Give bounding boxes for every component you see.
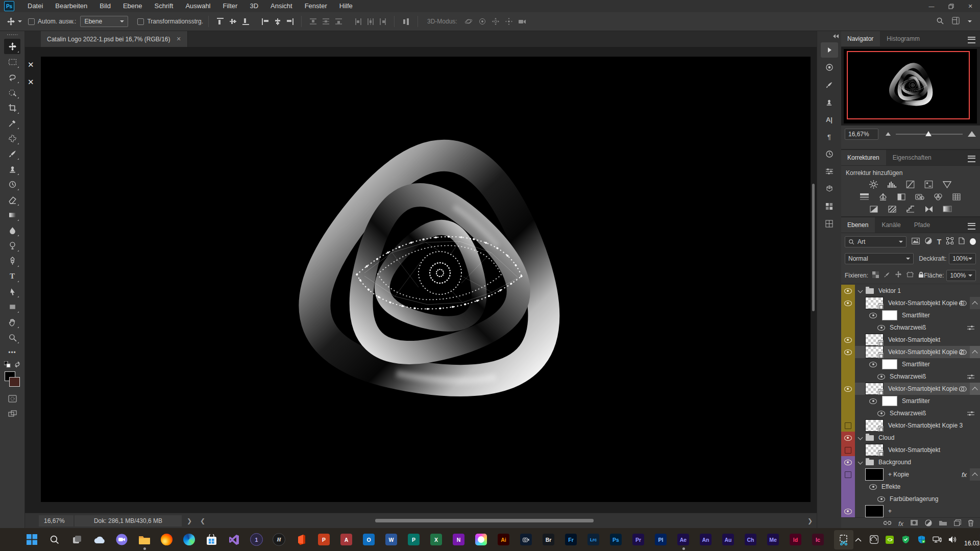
tab-kanaele[interactable]: Kanäle — [875, 217, 907, 233]
filter-mask-thumbnail[interactable] — [882, 359, 897, 369]
publisher-icon[interactable]: P — [407, 533, 420, 546]
tab-eigenschaften[interactable]: Eigenschaften — [886, 150, 938, 165]
menu-schrift[interactable]: Schrift — [149, 0, 180, 12]
tray-volume-icon[interactable] — [948, 535, 958, 544]
filter-pixel-layers-icon[interactable] — [912, 238, 920, 246]
delete-layer-icon[interactable] — [968, 519, 974, 528]
effects-row[interactable]: Effekte — [841, 481, 980, 493]
visibility-toggle[interactable] — [841, 444, 855, 456]
zoom-level-field[interactable]: 16,67% — [39, 515, 74, 527]
panel-menu-icon[interactable] — [968, 37, 975, 43]
add-layer-mask-icon[interactable] — [910, 519, 918, 528]
bridge-icon[interactable]: Br — [542, 533, 555, 546]
visibility-toggle[interactable] — [841, 432, 855, 444]
history-brush-tool[interactable] — [4, 177, 20, 192]
effect-item-row[interactable]: Farbüberlagerung — [841, 493, 980, 505]
vertical-scrollbar-thumb[interactable] — [812, 184, 815, 311]
black-white-icon[interactable] — [896, 192, 907, 201]
filter-mask-thumbnail[interactable] — [882, 396, 897, 406]
marquee-tool[interactable] — [4, 54, 20, 69]
search-icon[interactable] — [936, 17, 944, 26]
crop-tool[interactable] — [4, 100, 20, 115]
blur-tool[interactable] — [4, 222, 20, 238]
collapse-effects-icon[interactable] — [970, 468, 980, 481]
premiere-icon[interactable]: Pr — [632, 533, 645, 546]
illustrator-icon[interactable]: Ai — [497, 533, 510, 546]
brush-tool[interactable] — [4, 146, 20, 161]
group-expand-icon[interactable] — [858, 288, 863, 293]
navigator-zoom-field[interactable]: 16,67% — [845, 129, 878, 140]
layer-row-selected[interactable]: Vektor-Smartobjekt Kopie — [841, 383, 980, 395]
brightness-contrast-icon[interactable] — [868, 180, 879, 189]
minimize-icon[interactable]: — — [922, 0, 941, 12]
taskbar-search-icon[interactable] — [48, 533, 61, 546]
creative-cloud-icon[interactable] — [475, 533, 487, 546]
tray-security-icon[interactable] — [901, 535, 910, 544]
collapse-effects-icon[interactable] — [970, 383, 980, 395]
menu-bild[interactable]: Bild — [93, 0, 117, 12]
filter-options-icon[interactable] — [967, 325, 975, 331]
horizontal-scrollbar-thumb[interactable] — [375, 519, 594, 522]
layer-row[interactable]: Vektor-Smartobjekt Kopie 4 — [841, 297, 980, 309]
group-expand-icon[interactable] — [858, 435, 863, 440]
menu-bearbeiten[interactable]: Bearbeiten — [49, 0, 93, 12]
distribute-spacing-icon[interactable] — [402, 18, 410, 26]
smart-filter-row[interactable]: Smartfilter — [841, 395, 980, 407]
visibility-toggle[interactable] — [869, 484, 877, 490]
close-icon[interactable]: ✕ — [961, 0, 980, 12]
hand-tool[interactable] — [4, 314, 20, 330]
align-hcenter-icon[interactable] — [274, 18, 281, 26]
prelude-icon[interactable]: Pl — [654, 533, 667, 546]
visibility-toggle[interactable] — [841, 334, 855, 346]
layer-name[interactable]: Vektor-Smartobjekt Kopie 4 — [888, 299, 963, 307]
align-bottom-icon[interactable] — [242, 18, 250, 25]
new-layer-icon[interactable] — [954, 519, 961, 528]
path-selection-tool[interactable] — [4, 284, 20, 299]
taskbar-clock[interactable]: 00:11 16.03.2022 — [964, 532, 980, 547]
powerpoint-icon[interactable]: P — [317, 533, 330, 546]
smart-filter-badge-icon[interactable] — [959, 300, 967, 307]
layer-row-selected[interactable]: Vektor-Smartobjekt Kopie 2 — [841, 346, 980, 358]
visibility-toggle[interactable] — [841, 419, 855, 432]
filter-smart-objects-icon[interactable] — [959, 237, 965, 246]
layer-name[interactable]: Vektor-Smartobjekt Kopie — [888, 385, 958, 392]
visibility-toggle[interactable] — [877, 325, 885, 331]
scroll-left-icon[interactable]: ❮ — [196, 517, 209, 524]
layer-row[interactable]: Background — [841, 456, 980, 468]
color-balance-icon[interactable] — [877, 192, 889, 201]
lasso-tool[interactable] — [4, 69, 20, 85]
layer-filter-dropdown[interactable]: Art — [845, 236, 906, 247]
distribute-hcenter-icon[interactable] — [367, 18, 374, 26]
smart-filter-label[interactable]: Smartfilter — [902, 397, 930, 405]
visibility-toggle[interactable] — [877, 374, 885, 380]
word-icon[interactable]: W — [385, 533, 398, 546]
align-vcenter-icon[interactable] — [229, 18, 237, 25]
smart-filter-row[interactable]: Smartfilter — [841, 309, 980, 321]
fx-badge[interactable]: fx — [962, 471, 967, 479]
swatches-panel-icon[interactable] — [821, 198, 838, 214]
lock-position-icon[interactable] — [895, 271, 902, 280]
panel-menu-icon[interactable] — [968, 223, 975, 230]
menu-auswahl[interactable]: Auswahl — [179, 0, 216, 12]
tray-creative-cloud-icon[interactable] — [869, 535, 878, 544]
office-icon[interactable] — [295, 533, 308, 546]
zoom-slider-thumb[interactable] — [925, 131, 932, 136]
eyedropper-tool[interactable] — [4, 115, 20, 131]
quick-mask-icon[interactable] — [4, 391, 20, 406]
visibility-toggle[interactable] — [869, 362, 877, 367]
canvas-artwork[interactable] — [41, 57, 811, 502]
incopy-icon[interactable]: Ic — [812, 533, 824, 546]
menu-fenster[interactable]: Fenster — [299, 0, 333, 12]
3d-camera-icon[interactable] — [518, 18, 527, 25]
animate-icon[interactable]: An — [699, 533, 712, 546]
character-panel-icon[interactable]: A| — [821, 112, 838, 127]
effects-label[interactable]: Effekte — [881, 483, 900, 490]
character-animator-icon[interactable]: Ch — [744, 533, 757, 546]
panel-menu-icon[interactable] — [968, 156, 975, 162]
align-top-icon[interactable] — [216, 18, 224, 25]
gradient-map-icon[interactable] — [942, 205, 953, 213]
audition-icon[interactable]: Au — [722, 533, 734, 546]
lock-all-icon[interactable] — [918, 271, 924, 280]
layer-name[interactable]: + — [888, 508, 892, 515]
visibility-toggle[interactable] — [841, 468, 855, 481]
